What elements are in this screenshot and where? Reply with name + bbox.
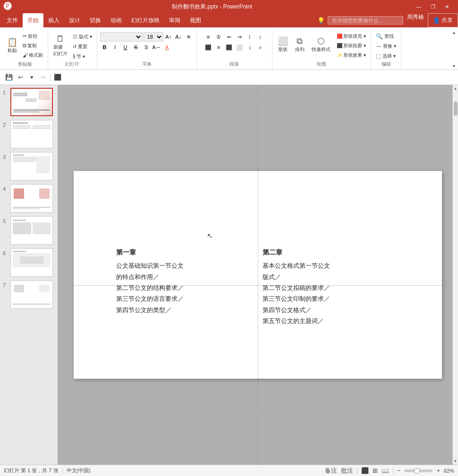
- zoom-slider-thumb[interactable]: [414, 468, 420, 474]
- justify-button[interactable]: ⬜: [235, 42, 244, 52]
- cut-button[interactable]: ✂ 剪切: [21, 32, 45, 41]
- font-size-select[interactable]: 18: [144, 32, 163, 42]
- section-button[interactable]: § 节 ▾: [71, 52, 94, 61]
- menu-insert[interactable]: 插入: [43, 13, 64, 27]
- convert-smartart-button[interactable]: ⟐: [255, 42, 265, 52]
- copy-button[interactable]: ⧉ 复制: [21, 42, 45, 50]
- menu-transitions[interactable]: 切换: [85, 13, 106, 27]
- notes-button[interactable]: 备注: [325, 467, 337, 475]
- select-button[interactable]: ⬚ 选择 ▾: [374, 52, 398, 60]
- menu-review[interactable]: 审阅: [164, 13, 185, 27]
- underline-button[interactable]: U: [121, 42, 130, 52]
- vertical-scrollbar: ▲ ▼: [452, 85, 458, 465]
- text-direction-button[interactable]: ↕: [255, 32, 265, 42]
- italic-button[interactable]: I: [110, 42, 120, 52]
- ribbon-scroll-up[interactable]: ▲: [452, 30, 456, 35]
- menu-view[interactable]: 视图: [185, 13, 206, 27]
- close-button[interactable]: ✕: [440, 2, 454, 11]
- chapter1-line1: 公文基础知识第一节公文: [116, 260, 184, 271]
- slides-buttons: 🗒 新建幻灯片 ▤ 版式 ▾ ↺ 重置 § 节 ▾: [51, 30, 94, 61]
- char-spacing-button[interactable]: A↔: [152, 42, 161, 52]
- bold-button[interactable]: B: [100, 42, 110, 52]
- slide-thumb-5[interactable]: 5: [2, 215, 56, 246]
- font-row1: 18 A↑ A↓ ✕: [100, 32, 194, 42]
- numbering-button[interactable]: ①: [214, 32, 223, 42]
- column-button[interactable]: ⫶: [245, 32, 254, 42]
- slide-thumb-7[interactable]: 7: [2, 280, 56, 310]
- window-title: 制作翻书效果.pptx - PowerPoint: [172, 3, 252, 11]
- zoom-in-button[interactable]: +: [436, 467, 440, 474]
- strikethrough-button[interactable]: S: [131, 42, 141, 52]
- restore-button[interactable]: ❐: [426, 2, 440, 11]
- menu-file[interactable]: 文件: [2, 13, 23, 27]
- clear-format-button[interactable]: ✕: [184, 32, 194, 42]
- ribbon-scroll-down[interactable]: ▼: [452, 64, 456, 68]
- slide-thumb-2[interactable]: 2: [2, 119, 56, 149]
- layout-button[interactable]: ▤ 版式 ▾: [71, 33, 94, 41]
- status-sep2: [357, 468, 357, 474]
- indent-decrease-button[interactable]: ⇐: [224, 32, 234, 42]
- undo-button[interactable]: ↩: [15, 72, 25, 83]
- font-size-increase[interactable]: A↑: [164, 32, 173, 42]
- align-left-button[interactable]: ⬛: [204, 42, 213, 52]
- replace-button[interactable]: ↔ 替换 ▾: [374, 42, 398, 51]
- redo-button[interactable]: ↪: [38, 72, 48, 83]
- status-bar: 幻灯片 第 1 张，共 7 张 中文(中国) 备注 批注 ⬛ ⊞ 📖 − + 6…: [0, 465, 458, 476]
- slide-canvas[interactable]: 第一章 公文基础知识第一节公文 的特点和作用／ 第二节公文的结构要求／ 第三节公…: [74, 171, 442, 379]
- reset-button[interactable]: ↺ 重置: [71, 42, 94, 51]
- line-spacing-button[interactable]: ↕: [245, 42, 254, 52]
- font-family-select[interactable]: [100, 32, 143, 42]
- window-controls: — ❐ ✕: [412, 2, 454, 11]
- share-button[interactable]: 👤 共享: [428, 13, 458, 27]
- slide-thumb-3[interactable]: 3: [2, 151, 56, 181]
- bullets-button[interactable]: ≡: [204, 32, 213, 42]
- undo-dropdown[interactable]: ▾: [26, 72, 37, 83]
- clipboard-buttons: 📋 粘贴 ✂ 剪切 ⧉ 复制 🖌 格式刷: [5, 30, 45, 61]
- share-icon: 👤: [433, 17, 440, 24]
- scroll-up-button[interactable]: ▲: [454, 85, 458, 92]
- zoom-slider[interactable]: [404, 469, 433, 472]
- shape-button[interactable]: ⬜ 形状: [275, 32, 290, 58]
- align-right-button[interactable]: ⬛: [224, 42, 234, 52]
- format-painter-button[interactable]: 🖌 格式刷: [21, 51, 45, 60]
- new-slide-button[interactable]: 🗒 新建幻灯片: [51, 33, 70, 59]
- shape-fill-button[interactable]: 🟥 形状填充 ▾: [335, 32, 368, 41]
- slide-thumb-1[interactable]: 1: [2, 87, 56, 117]
- menu-animations[interactable]: 动画: [106, 13, 127, 27]
- font-color-button[interactable]: A: [162, 42, 172, 52]
- title-bar: 🅟 制作翻书效果.pptx - PowerPoint — ❐ ✕: [0, 0, 458, 13]
- main-area: 1 2: [0, 85, 458, 465]
- find-button[interactable]: 🔍 查找: [374, 32, 398, 41]
- view-slide-sorter-button[interactable]: ⊞: [373, 467, 378, 474]
- font-size-decrease[interactable]: A↓: [174, 32, 183, 42]
- align-center-button[interactable]: ≡: [214, 42, 223, 52]
- menu-slideshow[interactable]: 幻灯片放映: [127, 13, 164, 27]
- status-sep1: [62, 468, 63, 474]
- cut-icon: ✂: [23, 33, 27, 39]
- shadow-button[interactable]: S: [142, 42, 151, 52]
- quick-styles-button[interactable]: ⬡ 快速样式: [309, 32, 333, 58]
- scroll-thumb[interactable]: [454, 102, 458, 116]
- shape-outline-button[interactable]: ⬛ 形状轮廓 ▾: [335, 42, 368, 50]
- search-input[interactable]: [328, 16, 403, 25]
- slide-thumb-4[interactable]: 4: [2, 183, 56, 213]
- scroll-down-button[interactable]: ▼: [454, 458, 458, 465]
- customize-icon: ⬛: [54, 74, 61, 81]
- view-reading-button[interactable]: 📖: [382, 467, 389, 474]
- arrange-button[interactable]: ⧉ 排列: [292, 32, 307, 58]
- menu-home[interactable]: 开始: [23, 13, 43, 27]
- customize-button[interactable]: ⬛: [52, 72, 63, 83]
- shape-effects-button[interactable]: ✨ 形状效果 ▾: [335, 51, 368, 60]
- view-normal-button[interactable]: ⬛: [361, 467, 369, 474]
- menu-design[interactable]: 设计: [64, 13, 85, 27]
- indent-increase-button[interactable]: ⇒: [235, 32, 244, 42]
- slide-thumb-6[interactable]: 6: [2, 247, 56, 278]
- zoom-out-button[interactable]: −: [397, 467, 401, 474]
- chapter1-title: 第一章: [116, 246, 184, 258]
- paste-button[interactable]: 📋 粘贴: [5, 33, 20, 59]
- minimize-button[interactable]: —: [412, 2, 426, 11]
- zoom-level[interactable]: 62%: [444, 468, 454, 474]
- save-button[interactable]: 💾: [4, 72, 14, 83]
- comments-button[interactable]: 批注: [341, 467, 353, 475]
- chapter2-line3: 第二节公文拟稿的要求／: [263, 282, 330, 293]
